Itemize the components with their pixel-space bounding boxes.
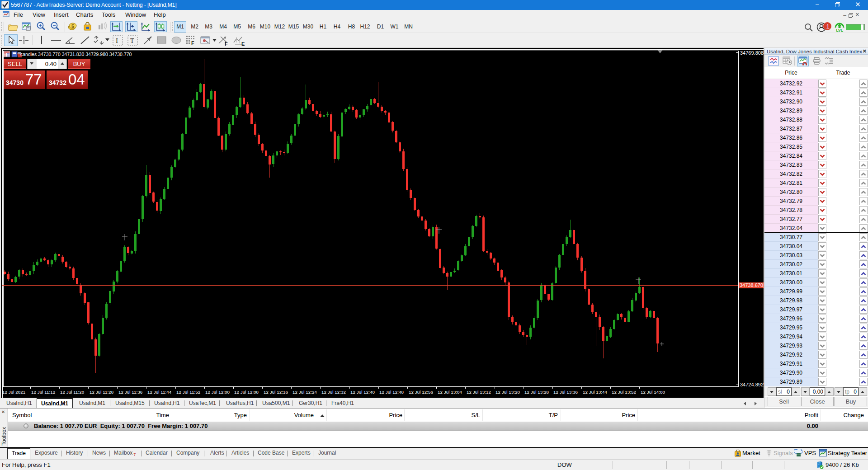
svg-text:LVL: LVL bbox=[836, 28, 843, 33]
svg-text:F: F bbox=[225, 41, 228, 46]
svg-text:E: E bbox=[241, 41, 245, 46]
svg-text:I: I bbox=[116, 37, 118, 44]
svg-text:T: T bbox=[130, 38, 134, 44]
svg-text:F: F bbox=[191, 40, 194, 46]
svg-text:1: 1 bbox=[826, 23, 830, 30]
svg-text:5: 5 bbox=[71, 24, 74, 29]
